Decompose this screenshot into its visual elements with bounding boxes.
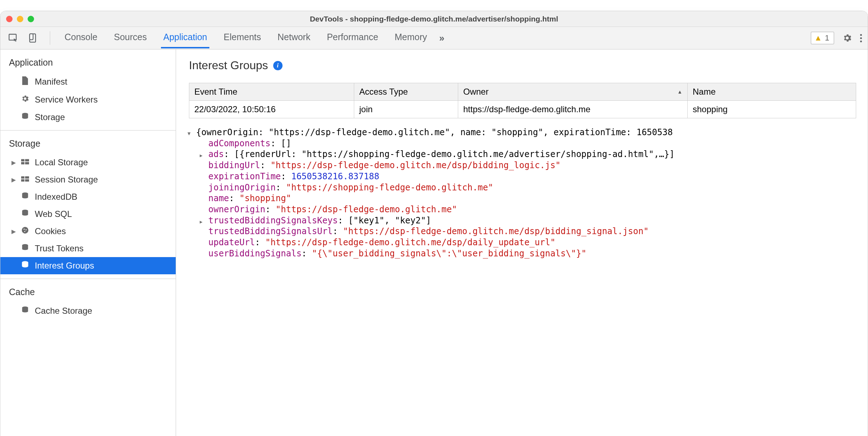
database-icon	[20, 112, 30, 122]
database-icon	[20, 209, 30, 219]
sidebar-item-service-workers[interactable]: Service Workers	[0, 91, 176, 109]
col-event-time[interactable]: Event Time	[189, 83, 354, 101]
tab-network[interactable]: Network	[275, 28, 313, 48]
warnings-badge[interactable]: ▲ 1	[811, 32, 834, 44]
sidebar-item-session-storage[interactable]: ▶ Session Storage	[0, 171, 176, 188]
disclosure-triangle-icon[interactable]: ▶	[10, 176, 17, 183]
expand-arrow-icon[interactable]	[200, 215, 207, 226]
settings-gear-icon[interactable]	[842, 33, 852, 43]
tab-memory[interactable]: Memory	[393, 28, 429, 48]
device-toggle-icon[interactable]	[28, 33, 38, 43]
json-prop-joiningorigin[interactable]: joiningOrigin: "https://shopping-fledge-…	[186, 182, 865, 193]
sidebar-item-interest-groups[interactable]: Interest Groups	[0, 257, 176, 274]
table-row[interactable]: 22/03/2022, 10:50:16 join https://dsp-fl…	[189, 101, 856, 118]
svg-point-16	[25, 229, 27, 231]
table-header: Event Time Access Type Owner▲ Name	[189, 83, 856, 101]
cookie-icon	[20, 226, 30, 236]
info-icon[interactable]: i	[273, 61, 283, 70]
col-owner[interactable]: Owner▲	[458, 83, 688, 101]
expand-arrow-icon[interactable]	[188, 127, 195, 138]
gear-icon	[20, 94, 30, 105]
json-prop-name[interactable]: name: "shopping"	[186, 193, 865, 204]
svg-rect-7	[25, 162, 29, 164]
json-prop-adcomponents[interactable]: adComponents: []	[186, 138, 865, 149]
sidebar-item-label: Web SQL	[35, 209, 72, 219]
cell-owner: https://dsp-fledge-demo.glitch.me	[458, 101, 688, 118]
cell-event-time: 22/03/2022, 10:50:16	[189, 101, 354, 118]
minimize-window[interactable]	[17, 16, 23, 22]
svg-rect-4	[21, 159, 24, 161]
sidebar-item-label: IndexedDB	[35, 192, 77, 202]
separator	[50, 31, 50, 45]
json-prop-updateurl[interactable]: updateUrl: "https://dsp-fledge-demo.glit…	[186, 237, 865, 248]
disclosure-triangle-icon[interactable]: ▶	[10, 159, 17, 166]
inspect-element-icon[interactable]	[8, 33, 18, 43]
svg-rect-11	[25, 179, 29, 181]
col-name[interactable]: Name	[688, 83, 856, 101]
devtools-window: DevTools - shopping-fledge-demo.glitch.m…	[0, 11, 868, 436]
sidebar-item-cookies[interactable]: ▶ Cookies	[0, 223, 176, 240]
sidebar-item-websql[interactable]: Web SQL	[0, 205, 176, 223]
database-icon	[20, 306, 30, 316]
json-prop-ads[interactable]: ads: [{renderUrl: "https://shopping-fled…	[186, 149, 865, 160]
col-access-type[interactable]: Access Type	[354, 83, 458, 101]
sidebar-item-label: Interest Groups	[35, 261, 94, 271]
sidebar-item-manifest[interactable]: Manifest	[0, 73, 176, 91]
sidebar-item-indexeddb[interactable]: IndexedDB	[0, 188, 176, 205]
sidebar-item-label: Session Storage	[35, 175, 98, 185]
window-title: DevTools - shopping-fledge-demo.glitch.m…	[0, 15, 868, 23]
main-panel: Interest Groups i Event Time Access Type…	[176, 49, 868, 436]
tab-sources[interactable]: Sources	[112, 28, 149, 48]
cell-name: shopping	[688, 101, 856, 118]
tab-elements[interactable]: Elements	[222, 28, 263, 48]
grid-icon	[20, 175, 30, 185]
sidebar-item-label: Trust Tokens	[35, 243, 84, 253]
panel-header: Interest Groups i	[176, 49, 868, 79]
close-window[interactable]	[6, 16, 13, 22]
sidebar-item-label: Cache Storage	[35, 306, 92, 316]
sidebar-item-label: Storage	[35, 112, 65, 122]
json-prop-ownerorigin[interactable]: ownerOrigin: "https://dsp-fledge-demo.gl…	[186, 204, 865, 215]
tab-performance[interactable]: Performance	[325, 28, 380, 48]
svg-rect-10	[21, 179, 24, 181]
tab-application[interactable]: Application	[161, 28, 209, 48]
sidebar-item-label: Cookies	[35, 226, 66, 236]
warning-icon: ▲	[814, 33, 822, 43]
database-icon	[20, 192, 30, 202]
file-icon	[20, 76, 30, 87]
json-details: {ownerOrigin: "https://dsp-fledge-demo.g…	[176, 118, 868, 436]
svg-rect-5	[25, 159, 29, 161]
sort-asc-icon: ▲	[677, 89, 682, 95]
database-icon	[20, 243, 30, 253]
sidebar-section-cache: Cache	[0, 279, 176, 302]
sidebar-section-application: Application	[0, 49, 176, 73]
svg-point-14	[22, 227, 28, 233]
sidebar-item-storage-app[interactable]: Storage	[0, 109, 176, 126]
more-menu-icon[interactable]	[860, 34, 862, 42]
expand-arrow-icon[interactable]	[200, 149, 207, 160]
svg-point-17	[24, 231, 25, 232]
json-prop-biddingurl[interactable]: biddingUrl: "https://dsp-fledge-demo.gli…	[186, 160, 865, 171]
tab-console[interactable]: Console	[62, 28, 100, 48]
devtools-tabs: Console Sources Application Elements Net…	[62, 28, 442, 48]
svg-rect-2	[30, 34, 33, 39]
cell-access-type: join	[354, 101, 458, 118]
events-table: Event Time Access Type Owner▲ Name 22/03…	[176, 79, 868, 118]
sidebar-item-cache-storage[interactable]: Cache Storage	[0, 302, 176, 319]
svg-point-15	[24, 229, 25, 230]
json-prop-userbidding[interactable]: userBiddingSignals: "{\"user_bidding_sig…	[186, 248, 865, 259]
sidebar-item-trust-tokens[interactable]: Trust Tokens	[0, 240, 176, 257]
json-prop-tbskeys[interactable]: trustedBiddingSignalsKeys: ["key1", "key…	[186, 215, 865, 226]
json-prop-tbsurl[interactable]: trustedBiddingSignalsUrl: "https://dsp-f…	[186, 226, 865, 237]
devtools-toolbar: Console Sources Application Elements Net…	[0, 27, 868, 49]
json-root[interactable]: {ownerOrigin: "https://dsp-fledge-demo.g…	[186, 127, 865, 138]
more-tabs-icon[interactable]: »	[439, 33, 440, 44]
zoom-window[interactable]	[28, 16, 34, 22]
sidebar-item-local-storage[interactable]: ▶ Local Storage	[0, 154, 176, 171]
json-prop-expiration[interactable]: expirationTime: 1650538216.837188	[186, 171, 865, 182]
svg-rect-8	[21, 176, 24, 179]
traffic-lights	[6, 16, 34, 22]
disclosure-triangle-icon[interactable]: ▶	[10, 228, 17, 235]
app-sidebar: Application Manifest Service Workers Sto…	[0, 49, 176, 436]
sidebar-item-label: Service Workers	[35, 95, 98, 105]
